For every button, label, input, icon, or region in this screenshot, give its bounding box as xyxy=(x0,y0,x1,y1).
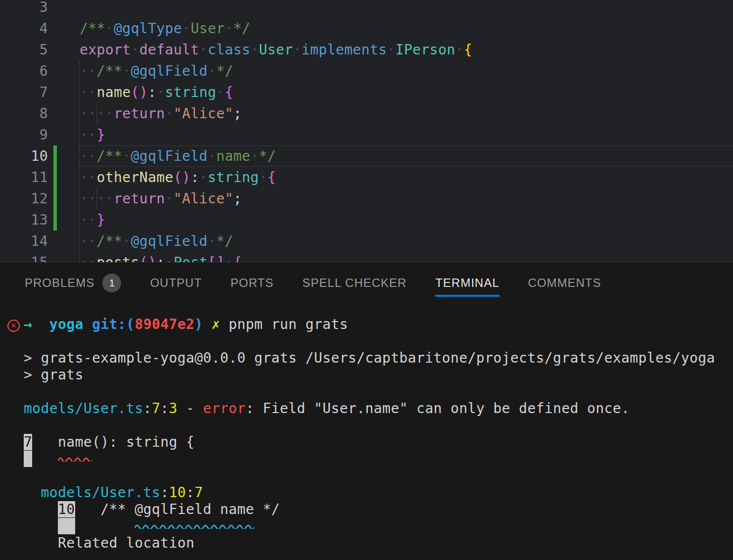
tab-label: SPELL CHECKER xyxy=(302,276,407,290)
whitespace-dot: · xyxy=(250,42,259,58)
code-line[interactable]: ····return·"Alice"; xyxy=(80,188,733,209)
vscode-window: 3456789101112131415 /**·@gqlType·User·*/… xyxy=(0,0,733,560)
code-line[interactable]: export·default·class·User·implements·IPe… xyxy=(80,39,733,60)
bottom-panel: PROBLEMS1OUTPUTPORTSSPELL CHECKERTERMINA… xyxy=(0,262,733,560)
line-number[interactable]: 14 xyxy=(0,231,48,252)
whitespace-dot: · xyxy=(165,105,174,122)
code-line[interactable]: ··/**·@gqlField·*/ xyxy=(80,60,733,82)
terminal-text xyxy=(75,518,135,534)
line-number[interactable]: 13 xyxy=(0,209,48,231)
terminal-text xyxy=(84,316,92,332)
code-area: /**·@gqlType·User·*/export·default·class… xyxy=(80,0,733,262)
line-number-badge: 10 xyxy=(58,501,75,517)
tab-label: PORTS xyxy=(230,276,274,290)
code-token: @gqlField xyxy=(131,233,208,249)
terminal-text: : xyxy=(160,400,169,417)
terminal-line xyxy=(24,518,733,535)
code-line[interactable]: ··name():·string·{ xyxy=(80,82,733,103)
code-token: */ xyxy=(216,233,233,249)
terminal-text: error xyxy=(203,400,245,417)
whitespace-dot: · xyxy=(131,42,139,58)
tab-comments[interactable]: COMMENTS xyxy=(528,269,601,297)
code-token: string xyxy=(165,84,217,100)
line-number[interactable]: 15 xyxy=(0,252,48,262)
tab-output[interactable]: OUTPUT xyxy=(150,269,202,297)
whitespace-dot: · xyxy=(208,233,216,249)
code-token: ) xyxy=(148,254,156,262)
error-squiggle-icon xyxy=(58,456,92,462)
line-number[interactable]: 12 xyxy=(0,188,48,209)
code-token: : xyxy=(148,84,156,100)
code-token: @gqlField xyxy=(131,148,208,164)
file-link[interactable]: models/User.ts xyxy=(41,484,161,501)
code-line[interactable]: ··} xyxy=(80,124,733,145)
whitespace-dot: ·· xyxy=(80,254,97,262)
line-number-badge: 7 xyxy=(24,434,32,450)
line-number[interactable]: 11 xyxy=(0,167,48,188)
terminal-line xyxy=(24,451,733,467)
code-line[interactable]: ··otherName():·string·{ xyxy=(80,167,733,188)
code-editor[interactable]: 3456789101112131415 /**·@gqlType·User·*/… xyxy=(0,0,733,262)
tab-spell-checker[interactable]: SPELL CHECKER xyxy=(302,269,407,297)
indent-guide xyxy=(96,103,97,124)
terminal-text: : xyxy=(143,400,152,417)
line-number[interactable]: 9 xyxy=(0,124,48,145)
code-line[interactable] xyxy=(80,0,733,18)
code-token: name xyxy=(216,148,250,164)
whitespace-dot: · xyxy=(156,84,165,100)
tab-problems[interactable]: PROBLEMS1 xyxy=(25,267,121,299)
whitespace-dot: · xyxy=(293,42,301,58)
whitespace-dot: ·· xyxy=(80,212,97,228)
line-number[interactable]: 3 xyxy=(0,0,48,18)
tab-label: COMMENTS xyxy=(528,276,601,290)
code-line[interactable]: ··/**·@gqlField·name·*/ xyxy=(80,145,733,167)
code-token: @gqlType xyxy=(114,20,182,37)
terminal-text xyxy=(24,501,58,517)
terminal-text: 89047e2 xyxy=(135,316,194,332)
terminal-line: Related location xyxy=(24,535,733,552)
whitespace-dot: ·· xyxy=(80,84,97,100)
line-number[interactable]: 8 xyxy=(0,103,48,124)
code-line[interactable]: ··/**·@gqlField·*/ xyxy=(80,231,733,252)
whitespace-dot: · xyxy=(165,190,174,207)
line-number[interactable]: 5 xyxy=(0,39,48,60)
code-token: ) xyxy=(182,169,190,186)
code-token: /** xyxy=(80,20,105,37)
terminal-text: yoga xyxy=(49,316,84,332)
code-token: [ xyxy=(208,254,216,262)
terminal-text: : xyxy=(186,484,194,501)
code-token: class xyxy=(208,42,250,58)
terminal[interactable]: ✕ → yoga git:(89047e2) ✗ pnpm run grats>… xyxy=(0,303,733,560)
code-token: : xyxy=(190,169,199,186)
terminal-line: 7 name(): string { xyxy=(24,434,733,451)
code-token: { xyxy=(464,42,472,58)
code-line[interactable]: ····return·"Alice"; xyxy=(80,103,733,124)
indent-guide xyxy=(96,188,97,209)
code-token: implements xyxy=(302,42,387,58)
whitespace-dot: · xyxy=(199,169,208,186)
line-number[interactable]: 6 xyxy=(0,60,48,82)
line-number-badge xyxy=(24,451,32,467)
whitespace-dot: · xyxy=(208,148,216,164)
whitespace-dot: · xyxy=(199,42,208,58)
code-line[interactable]: /**·@gqlType·User·*/ xyxy=(80,18,733,39)
code-token: /** xyxy=(97,63,123,79)
whitespace-dot: ·· xyxy=(80,233,97,249)
code-token: /** xyxy=(97,233,123,249)
command-failed-icon[interactable]: ✕ xyxy=(7,320,20,332)
line-number[interactable]: 7 xyxy=(0,82,48,103)
tab-terminal[interactable]: TERMINAL xyxy=(435,269,499,297)
code-line[interactable]: ··} xyxy=(80,209,733,231)
terminal-text: git:( xyxy=(92,316,135,332)
terminal-text: Related location xyxy=(58,535,194,551)
tab-ports[interactable]: PORTS xyxy=(230,269,274,297)
line-number[interactable]: 4 xyxy=(0,18,48,39)
terminal-line: → yoga git:(89047e2) ✗ pnpm run grats xyxy=(24,316,733,333)
whitespace-dot: · xyxy=(165,254,174,262)
terminal-line xyxy=(24,383,733,400)
code-line[interactable]: ··posts():·Post[]·{ xyxy=(80,252,733,262)
code-token: export xyxy=(80,42,131,58)
line-number[interactable]: 10 xyxy=(0,145,48,167)
tab-label: TERMINAL xyxy=(435,276,499,290)
file-link[interactable]: models/User.ts xyxy=(24,400,143,417)
